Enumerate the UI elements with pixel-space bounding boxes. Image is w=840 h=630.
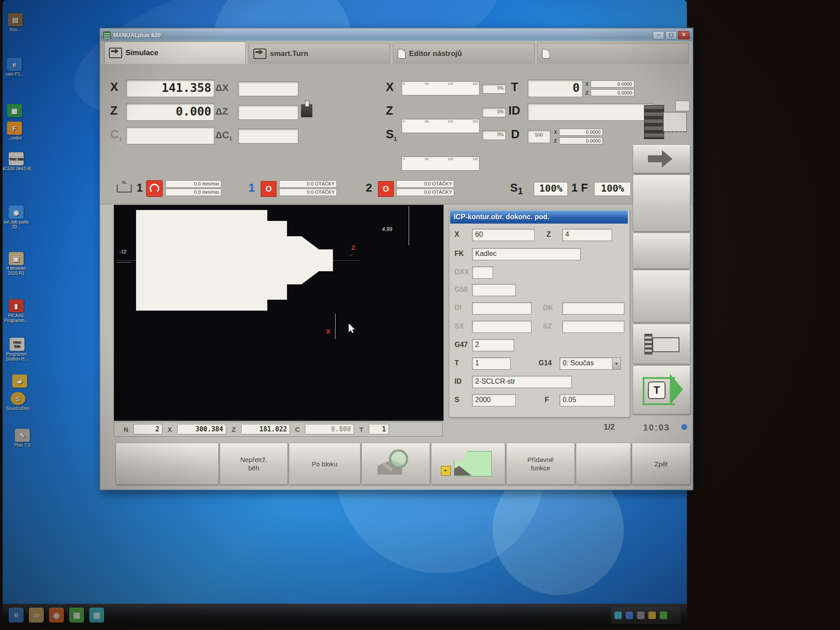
- scale-tick: [117, 262, 131, 262]
- tray-icon[interactable]: [648, 612, 656, 619]
- delta-value-c: [238, 129, 298, 144]
- softkey-continue-arrow[interactable]: [633, 144, 690, 173]
- arrow-icon: [253, 49, 266, 59]
- delta-value-x: [238, 81, 298, 96]
- field-label-x: X: [455, 231, 459, 238]
- softkey-single-block[interactable]: Po bloku: [289, 443, 360, 485]
- field-id[interactable]: 2-SCLCR-str: [472, 376, 572, 388]
- field-label-di: DI: [455, 304, 462, 312]
- tray-icon[interactable]: [637, 612, 644, 619]
- field-label-z: Z: [546, 231, 551, 238]
- field-sx[interactable]: [472, 321, 532, 333]
- tab-extra[interactable]: [537, 43, 689, 64]
- taskbar-app-icon[interactable]: ▦: [69, 608, 84, 623]
- field-label-g14: G14: [539, 359, 552, 367]
- desktop-icon[interactable]: ✎Plan 7.0: [7, 429, 38, 448]
- field-label-sx: SX: [455, 322, 464, 330]
- simulation-canvas[interactable]: 4.99 -12 Z ↔ X: [114, 205, 444, 421]
- tab-smart-turn[interactable]: smart.Turn: [248, 43, 390, 64]
- desktop-icon[interactable]: SSoustružení: [3, 392, 33, 411]
- softkey-blank[interactable]: [633, 233, 690, 269]
- desktop-icon[interactable]: TNC 530NC530 0642-4): [3, 152, 32, 171]
- icp-form-panel: ICP-kontur.obr. dokonc. pod. X 60 Z 4 FK…: [449, 209, 630, 417]
- field-label-t: T: [455, 359, 459, 367]
- desktop-icon[interactable]: ▣rt Modeler 2015 R1: [3, 252, 32, 276]
- window-titlebar[interactable]: MANUALplus 620 ‒ ▢ ✕: [101, 29, 692, 41]
- desktop-icon[interactable]: iTNC 530Programm. Station-H...: [3, 338, 32, 361]
- t-value: 1: [369, 424, 389, 434]
- load-pct-z: 0%: [482, 108, 506, 117]
- x-axis-line: [335, 314, 336, 339]
- softkey-zoom[interactable]: [361, 443, 430, 485]
- taskbar-app-icon[interactable]: ▥: [89, 608, 104, 623]
- field-fk[interactable]: Kadlec: [472, 248, 581, 260]
- axis-label-x: X: [110, 80, 118, 94]
- override-channel: 1: [571, 181, 578, 195]
- desktop-icon-glyph: ✎: [15, 429, 30, 442]
- softkey-back[interactable]: Zpět: [632, 443, 690, 485]
- field-g14-dropdown[interactable]: 0: Součas ▾: [560, 357, 621, 370]
- softkey-contour-view[interactable]: ▸: [431, 443, 505, 485]
- tab-simulace[interactable]: Simulace: [104, 42, 246, 64]
- desktop-icon-glyph: e: [7, 58, 22, 71]
- field-s[interactable]: 2000: [472, 394, 516, 406]
- chuck-workpiece-graphic: [644, 101, 690, 143]
- softkey-continuous-run[interactable]: Nepřetrž.běh: [220, 443, 288, 485]
- tray-icon[interactable]: [614, 612, 622, 619]
- field-f[interactable]: 0.05: [560, 394, 615, 406]
- field-dk[interactable]: [562, 302, 624, 315]
- maximize-button[interactable]: ▢: [665, 31, 677, 39]
- field-x[interactable]: 60: [472, 229, 535, 241]
- desktop-icon[interactable]: ◉ive Job ports 20...: [3, 206, 32, 229]
- field-t[interactable]: 1: [472, 357, 511, 370]
- delta-label-x: ΔX: [215, 82, 229, 94]
- spindle-override-label: S1: [510, 181, 523, 197]
- load-bar-label-z: Z: [386, 104, 393, 118]
- form-page-indicator: 1/2: [604, 423, 615, 432]
- softkey-blank[interactable]: [116, 443, 219, 485]
- taskbar-folder-icon[interactable]: ▱: [29, 608, 44, 623]
- field-g58[interactable]: [472, 284, 516, 296]
- desktop-icon-glyph: ▣: [9, 252, 24, 265]
- desktop-icon[interactable]: ▦: [3, 104, 30, 118]
- tray-icon[interactable]: [626, 612, 633, 619]
- feed-override-label: F: [581, 181, 588, 195]
- workpiece-contour: [136, 210, 333, 311]
- field-dxx[interactable]: [472, 266, 493, 279]
- field-g47[interactable]: 2: [472, 339, 514, 351]
- field-di[interactable]: [472, 302, 532, 315]
- chevron-down-icon[interactable]: ▾: [612, 358, 620, 369]
- feed-override-value: 100%: [594, 182, 631, 196]
- load-bar-x: 050100150: [402, 81, 480, 95]
- desktop-icon[interactable]: F...ování: [3, 122, 30, 140]
- field-z[interactable]: 4: [562, 229, 612, 241]
- softkey-additional-functions[interactable]: Přídavnéfunkce: [506, 443, 575, 485]
- page-icon: [542, 49, 550, 59]
- softkey-blank[interactable]: [633, 270, 690, 322]
- t-icon: T: [648, 382, 665, 399]
- id-label: ID: [508, 104, 520, 118]
- softkey-blank[interactable]: [576, 443, 631, 485]
- softkey-chuck[interactable]: [633, 324, 690, 364]
- load-pct-s: 0%: [482, 130, 506, 140]
- c-value: 0.000: [305, 424, 354, 434]
- minimize-button[interactable]: ‒: [653, 31, 664, 39]
- taskbar-ie-icon[interactable]: e: [9, 608, 24, 623]
- tab-editor-nastroju[interactable]: Editor nástrojů: [393, 43, 535, 64]
- desktop-icon[interactable]: ▰: [4, 374, 35, 388]
- window-title: MANUALplus 620: [113, 32, 161, 38]
- field-label-g58: G58: [455, 286, 468, 294]
- z-axis-arrows: ↔: [349, 252, 354, 257]
- desktop-icon[interactable]: ▮PICAXE Programm...: [3, 299, 32, 323]
- tray-icon[interactable]: [660, 612, 667, 619]
- field-sz[interactable]: [562, 321, 624, 333]
- load-bar-label-s: S1: [386, 128, 397, 142]
- taskbar: e ▱ ◉ ▦ ▥: [3, 604, 687, 627]
- desktop-icon[interactable]: ▤Kou...: [3, 13, 31, 32]
- softkey-blank[interactable]: [633, 175, 690, 231]
- desktop-icon[interactable]: ecam P1...: [3, 58, 30, 77]
- spindle-override-value: 100%: [534, 182, 568, 196]
- softkey-tool-call[interactable]: T: [633, 365, 690, 414]
- close-button[interactable]: ✕: [678, 31, 690, 39]
- taskbar-media-icon[interactable]: ◉: [49, 608, 64, 623]
